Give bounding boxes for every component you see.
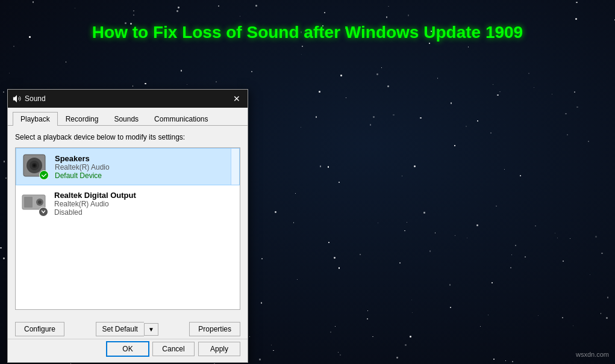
sound-dialog: Sound ✕ Playback Recording Sounds Commun…	[7, 89, 248, 363]
instruction-text: Select a playback device below to modify…	[15, 133, 240, 141]
svg-point-4	[33, 164, 36, 167]
apply-button[interactable]: Apply	[198, 342, 240, 356]
speakers-name: Speakers	[55, 154, 233, 163]
digital-output-icon-wrapper	[22, 190, 48, 217]
tab-communications[interactable]: Communications	[146, 112, 216, 126]
sound-icon	[13, 94, 21, 103]
footer-bottom: OK Cancel Apply	[8, 339, 248, 362]
set-default-arrow[interactable]: ▼	[144, 323, 158, 336]
cancel-button[interactable]: Cancel	[152, 342, 195, 356]
tab-recording[interactable]: Recording	[58, 112, 107, 126]
tab-bar: Playback Recording Sounds Communications	[8, 108, 248, 126]
svg-point-5	[40, 171, 48, 179]
svg-point-9	[38, 200, 42, 204]
device-item-digital-output[interactable]: Realtek Digital Output Realtek(R) Audio …	[16, 185, 240, 221]
digital-output-driver: Realtek(R) Audio	[54, 200, 234, 208]
default-badge	[39, 170, 49, 180]
dialog-body: Select a playback device below to modify…	[8, 126, 248, 317]
watermark: wsxdn.com	[576, 351, 609, 358]
set-default-group: Set Default ▼	[96, 322, 158, 336]
speakers-info: Speakers Realtek(R) Audio Default Device	[55, 154, 233, 180]
ok-button[interactable]: OK	[107, 342, 149, 356]
properties-button[interactable]: Properties	[189, 322, 240, 336]
svg-rect-7	[24, 197, 33, 208]
dialog-title: Sound	[25, 94, 46, 103]
digital-output-name: Realtek Digital Output	[54, 191, 234, 200]
svg-point-10	[40, 208, 47, 215]
speakers-driver: Realtek(R) Audio	[55, 163, 233, 171]
speaker-icon-wrapper	[22, 153, 49, 180]
tab-sounds[interactable]: Sounds	[106, 112, 146, 126]
selected-scroll-indicator	[231, 149, 239, 185]
page-title: How to Fix Loss of Sound after Windows U…	[0, 23, 615, 42]
set-default-button[interactable]: Set Default	[96, 322, 144, 336]
digital-output-info: Realtek Digital Output Realtek(R) Audio …	[54, 191, 234, 217]
configure-button[interactable]: Configure	[15, 322, 64, 336]
digital-output-status: Disabled	[54, 208, 234, 217]
titlebar-left: Sound	[13, 94, 46, 103]
footer-top: Configure Set Default ▼ Properties	[8, 317, 248, 339]
disabled-badge	[39, 207, 48, 217]
tab-playback[interactable]: Playback	[13, 112, 58, 126]
dialog-titlebar: Sound ✕	[8, 90, 248, 108]
device-item-speakers[interactable]: Speakers Realtek(R) Audio Default Device	[16, 148, 240, 185]
device-list[interactable]: Speakers Realtek(R) Audio Default Device	[15, 147, 240, 310]
speakers-status: Default Device	[55, 171, 233, 180]
watermark-text: wsxdn.com	[576, 351, 609, 358]
close-button[interactable]: ✕	[231, 93, 243, 105]
